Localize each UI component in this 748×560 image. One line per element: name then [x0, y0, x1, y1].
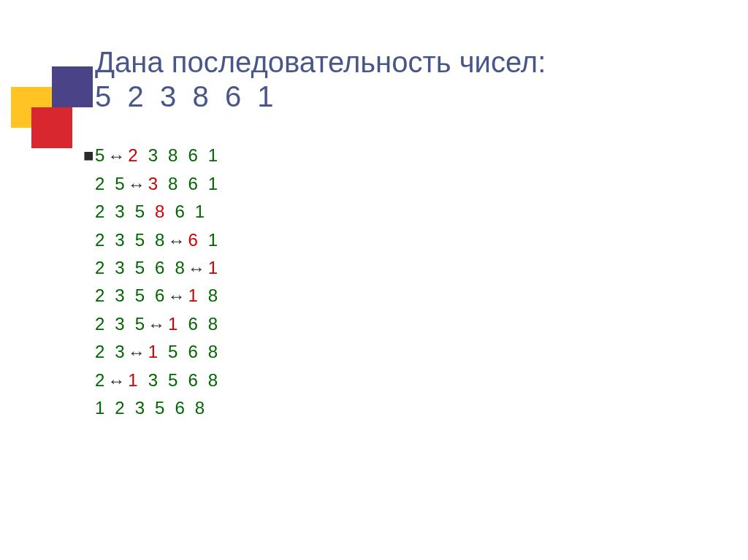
sequence-number: 1 — [95, 398, 104, 418]
sequence-number: 6 — [188, 145, 197, 165]
sequence-number: 1 — [168, 314, 178, 334]
sequence-number: 2 — [95, 370, 104, 390]
sort-step-row: 25↔3861 — [95, 170, 690, 198]
sequence-number: 6 — [188, 174, 197, 193]
sequence-number: 3 — [115, 285, 124, 305]
sequence-number: 5 — [168, 342, 178, 361]
sort-step-row: 23↔1568 — [95, 338, 690, 366]
sequence-number: 8 — [208, 285, 218, 305]
sort-step-row: 123568 — [95, 394, 690, 422]
sequence-number: 3 — [115, 258, 124, 277]
sequence-number: 5 — [95, 145, 104, 165]
sequence-number: 2 — [95, 258, 104, 277]
sequence-number: 2 — [115, 398, 124, 418]
sort-step-row: 2↔13568 — [95, 367, 690, 394]
sequence-number: 6 — [188, 314, 197, 334]
swap-arrow-icon: ↔ — [128, 171, 145, 199]
sequence-number: 6 — [188, 370, 197, 390]
sequence-number: 1 — [208, 258, 218, 277]
sequence-number: 2 — [95, 230, 104, 250]
sequence-number: 8 — [208, 370, 218, 390]
sequence-number: 5 — [135, 314, 145, 334]
sort-step-row: 2356↔18 — [95, 282, 690, 310]
sequence-number: 6 — [155, 258, 164, 277]
sequence-number: 3 — [135, 398, 145, 418]
sequence-number: 3 — [148, 370, 158, 390]
sequence-number: 3 — [115, 230, 124, 250]
sequence-number: 1 — [208, 145, 218, 165]
sequence-number: 3 — [115, 202, 124, 221]
sequence-number: 1 — [188, 285, 197, 305]
sequence-number: 1 — [128, 370, 137, 390]
decoration-purple-square — [52, 66, 93, 107]
slide-content: Дана последовательность чисел: 5 2 3 8 6… — [95, 45, 690, 422]
sequence-number: 1 — [148, 342, 158, 361]
sequence-number: 2 — [95, 174, 104, 193]
sequence-number: 8 — [168, 145, 178, 165]
swap-arrow-icon: ↔ — [167, 283, 185, 310]
sequence-number: 3 — [115, 314, 124, 334]
sequence-number: 5 — [135, 285, 145, 305]
sequence-number: 5 — [135, 258, 145, 277]
sequence-number: 1 — [208, 230, 218, 250]
sequence-number: 6 — [155, 285, 164, 305]
sort-steps-list: ■5↔2386125↔38612358612358↔6123568↔12356↔… — [95, 142, 690, 422]
sequence-number: 3 — [115, 342, 124, 361]
slide-title: Дана последовательность чисел: 5 2 3 8 6… — [95, 45, 690, 114]
swap-arrow-icon: ↔ — [107, 367, 125, 395]
sequence-number: 5 — [135, 202, 145, 221]
sequence-number: 3 — [148, 174, 158, 193]
sequence-number: 5 — [168, 370, 178, 390]
sequence-number: 5 — [135, 230, 145, 250]
sequence-number: 1 — [195, 202, 205, 221]
sequence-number: 5 — [155, 398, 164, 418]
sequence-number: 1 — [208, 174, 218, 193]
sort-step-row: ■5↔23861 — [95, 142, 690, 169]
sequence-number: 6 — [188, 230, 197, 250]
sequence-number: 8 — [155, 230, 164, 250]
swap-arrow-icon: ↔ — [128, 339, 145, 367]
sequence-number: 2 — [95, 314, 104, 334]
sequence-number: 3 — [148, 145, 158, 165]
sort-step-row: 235861 — [95, 198, 690, 226]
sequence-number: 2 — [95, 202, 104, 221]
sequence-number: 8 — [168, 174, 178, 193]
swap-arrow-icon: ↔ — [167, 227, 185, 255]
sequence-number: 6 — [175, 398, 184, 418]
sequence-number: 2 — [128, 145, 137, 165]
swap-arrow-icon: ↔ — [107, 142, 125, 170]
sequence-number: 8 — [208, 314, 218, 334]
sort-step-row: 23568↔1 — [95, 254, 690, 282]
sequence-number: 6 — [175, 202, 184, 221]
sequence-number: 8 — [155, 202, 164, 221]
decoration-red-square — [31, 107, 72, 148]
sequence-number: 2 — [95, 285, 104, 305]
sort-step-row: 235↔168 — [95, 310, 690, 338]
sequence-number: 8 — [195, 398, 205, 418]
title-line-2: 5 2 3 8 6 1 — [95, 80, 274, 112]
sequence-number: 2 — [95, 342, 104, 361]
swap-arrow-icon: ↔ — [148, 311, 165, 339]
sequence-number: 5 — [115, 174, 124, 193]
sequence-number: 8 — [208, 342, 218, 361]
swap-arrow-icon: ↔ — [188, 255, 205, 283]
sequence-number: 8 — [175, 258, 184, 277]
title-line-1: Дана последовательность чисел: — [95, 46, 546, 78]
sort-step-row: 2358↔61 — [95, 226, 690, 254]
sequence-number: 6 — [188, 342, 197, 361]
